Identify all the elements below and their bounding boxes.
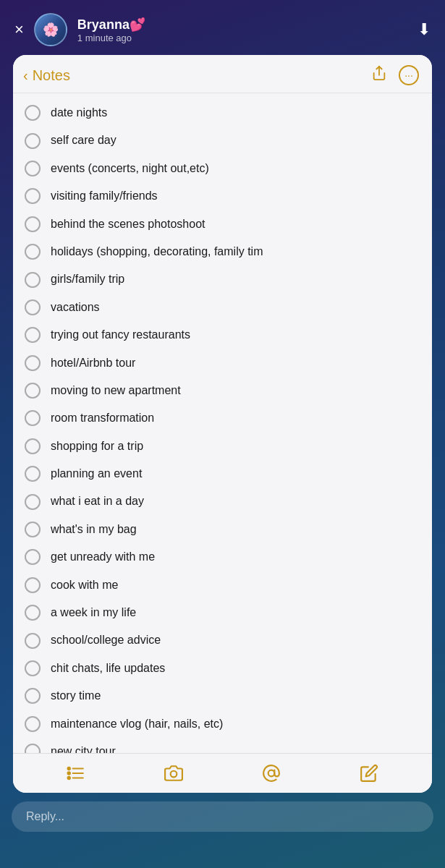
checkbox-23[interactable] — [25, 744, 41, 753]
edit-icon[interactable] — [360, 764, 378, 783]
checkbox-1[interactable] — [25, 133, 41, 149]
checkbox-11[interactable] — [25, 410, 41, 426]
checkbox-18[interactable] — [25, 605, 41, 621]
item-text-21: story time — [51, 688, 101, 704]
item-text-22: maintenance vlog (hair, nails, etc) — [51, 716, 223, 732]
item-text-19: school/college advice — [51, 632, 161, 648]
at-sign-icon[interactable] — [262, 764, 281, 783]
list-item: self care day — [13, 127, 432, 154]
checkbox-12[interactable] — [25, 438, 41, 454]
checkbox-3[interactable] — [25, 188, 41, 204]
item-text-3: visiting family/friends — [51, 188, 158, 204]
avatar: 🌸 — [34, 13, 67, 46]
more-options-button[interactable]: ··· — [399, 65, 419, 85]
item-text-14: what i eat in a day — [51, 493, 144, 509]
note-footer — [13, 753, 432, 793]
list-item: shopping for a trip — [13, 433, 432, 460]
list-item: what's in my bag — [13, 516, 432, 543]
list-item: vacations — [13, 294, 432, 321]
svg-point-8 — [268, 770, 275, 777]
checkbox-19[interactable] — [25, 633, 41, 649]
item-text-6: girls/family trip — [51, 271, 124, 287]
checklist-icon[interactable] — [67, 764, 85, 783]
list-item: cook with me — [13, 571, 432, 599]
notes-title[interactable]: Notes — [33, 67, 371, 84]
download-button[interactable]: ⬇ — [418, 20, 431, 39]
checkbox-21[interactable] — [25, 688, 41, 704]
list-item: behind the scenes photoshoot — [13, 210, 432, 238]
list-item: room transformation — [13, 404, 432, 432]
close-button[interactable]: × — [14, 20, 24, 39]
checkbox-0[interactable] — [25, 105, 41, 121]
item-text-13: planning an event — [51, 466, 142, 482]
note-header: ‹ Notes ··· — [13, 55, 432, 93]
reply-bar[interactable]: Reply... — [12, 801, 433, 832]
note-card: ‹ Notes ··· date nights self care day ev… — [13, 55, 432, 793]
item-text-11: room transformation — [51, 410, 154, 426]
item-text-17: cook with me — [51, 577, 118, 593]
svg-point-6 — [68, 777, 70, 779]
checkbox-16[interactable] — [25, 549, 41, 565]
item-text-16: get unready with me — [51, 549, 155, 565]
checkbox-10[interactable] — [25, 383, 41, 399]
list-item: chit chats, life updates — [13, 655, 432, 682]
list-item: hotel/Airbnb tour — [13, 349, 432, 377]
item-text-23: new city tour — [51, 744, 116, 753]
avatar-image: 🌸 — [35, 14, 66, 45]
list-item: school/college advice — [13, 626, 432, 654]
list-item: trying out fancy restaurants — [13, 321, 432, 349]
list-item: date nights — [13, 99, 432, 127]
list-item: visiting family/friends — [13, 182, 432, 210]
list-item: maintenance vlog (hair, nails, etc) — [13, 710, 432, 738]
reply-placeholder: Reply... — [26, 810, 64, 822]
checkbox-20[interactable] — [25, 660, 41, 676]
list-item: moving to new apartment — [13, 377, 432, 404]
user-info: Bryanna💕 1 minute ago — [77, 17, 407, 43]
list-item: a week in my life — [13, 599, 432, 626]
checkbox-9[interactable] — [25, 355, 41, 371]
item-text-8: trying out fancy restaurants — [51, 327, 190, 343]
checkbox-14[interactable] — [25, 494, 41, 510]
item-text-1: self care day — [51, 132, 116, 148]
checkbox-15[interactable] — [25, 522, 41, 537]
item-text-15: what's in my bag — [51, 522, 137, 537]
checkbox-2[interactable] — [25, 161, 41, 176]
list-item: events (concerts, night out,etc) — [13, 155, 432, 182]
checkbox-4[interactable] — [25, 216, 41, 232]
list-item: what i eat in a day — [13, 488, 432, 515]
note-content[interactable]: date nights self care day events (concer… — [13, 93, 432, 753]
item-text-0: date nights — [51, 105, 107, 121]
list-item: planning an event — [13, 460, 432, 488]
checkbox-22[interactable] — [25, 716, 41, 732]
item-text-5: holidays (shopping, decorating, family t… — [51, 244, 263, 260]
checkbox-8[interactable] — [25, 327, 41, 343]
checkbox-17[interactable] — [25, 577, 41, 593]
camera-icon[interactable] — [164, 764, 183, 783]
svg-point-5 — [68, 772, 70, 774]
item-text-10: moving to new apartment — [51, 383, 181, 399]
svg-point-7 — [171, 771, 177, 778]
item-text-4: behind the scenes photoshoot — [51, 216, 205, 232]
item-text-2: events (concerts, night out,etc) — [51, 161, 209, 176]
username: Bryanna💕 — [77, 17, 407, 33]
list-item: new city tour — [13, 738, 432, 753]
item-text-18: a week in my life — [51, 605, 136, 621]
item-text-9: hotel/Airbnb tour — [51, 355, 135, 371]
list-item: girls/family trip — [13, 265, 432, 293]
item-text-7: vacations — [51, 299, 100, 315]
checkbox-13[interactable] — [25, 466, 41, 482]
timestamp: 1 minute ago — [77, 33, 407, 43]
list-item: story time — [13, 682, 432, 710]
checkbox-5[interactable] — [25, 244, 41, 260]
checkbox-6[interactable] — [25, 272, 41, 288]
header: × 🌸 Bryanna💕 1 minute ago ⬇ — [0, 0, 445, 55]
item-text-12: shopping for a trip — [51, 438, 143, 454]
share-icon[interactable] — [371, 65, 387, 85]
back-arrow-icon[interactable]: ‹ — [23, 67, 28, 84]
svg-point-4 — [68, 767, 70, 770]
list-item: get unready with me — [13, 543, 432, 571]
item-text-20: chit chats, life updates — [51, 660, 165, 676]
checkbox-7[interactable] — [25, 299, 41, 315]
list-item: holidays (shopping, decorating, family t… — [13, 238, 432, 265]
